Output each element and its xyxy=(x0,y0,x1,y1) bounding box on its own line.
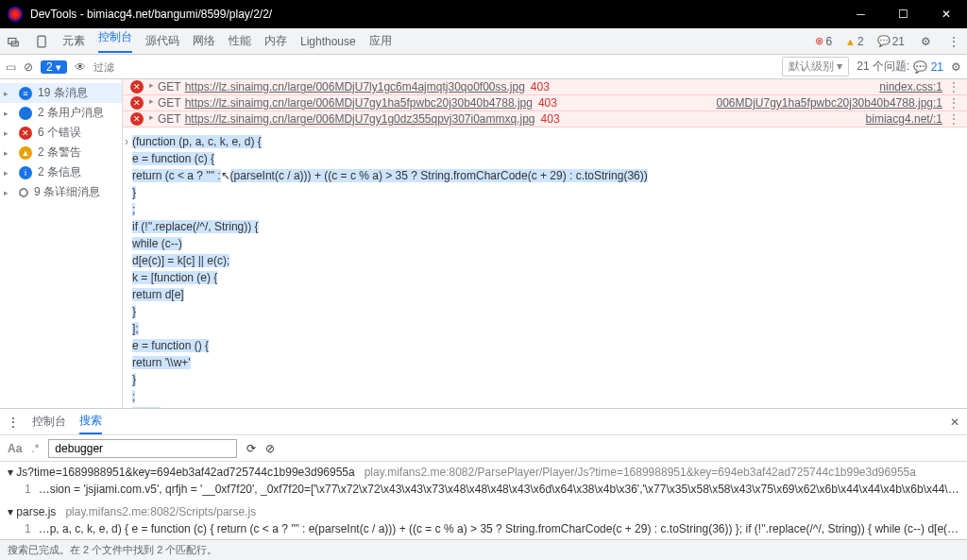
regex-icon[interactable]: .* xyxy=(31,442,39,455)
window-titlebar: DevTools - bimiacg4.net/bangumi/8599/pla… xyxy=(0,0,967,28)
error-url[interactable]: https://lz.sinaimg.cn/large/006MDjU7ly1g… xyxy=(185,80,525,93)
console-sidebar: ▸≡19 条消息 ▸👤2 条用户消息 ▸✕6 个错误 ▸▲2 条警告 ▸i2 条… xyxy=(0,79,123,408)
search-results: ▾ Js?time=1689988951&key=694eb3af42ad725… xyxy=(0,462,967,539)
maximize-button[interactable]: ☐ xyxy=(882,0,925,28)
error-source[interactable]: 006MDjU7gy1ha5fpwbc20j30b40b4788.jpg:1 xyxy=(716,96,942,110)
svg-rect-2 xyxy=(38,36,45,47)
window-title: DevTools - bimiacg4.net/bangumi/8599/pla… xyxy=(30,8,840,21)
filter-input[interactable] xyxy=(93,61,150,73)
console-code-output[interactable]: › (function (p, a, c, k, e, d) { e = fun… xyxy=(123,127,967,408)
devtools-tabbar: 元素 控制台 源代码 网络 性能 内存 Lighthouse 应用 ⊗ 6 ▲ … xyxy=(0,28,967,55)
error-icon: ✕ xyxy=(130,80,144,93)
result-line[interactable]: 1…sion = 'jsjiami.com.v5', qrfjh = '__0x… xyxy=(8,481,959,498)
tab-network[interactable]: 网络 xyxy=(193,33,215,49)
drawer-tab-search[interactable]: 搜索 xyxy=(79,409,102,434)
warning-count-badge[interactable]: ▲ 2 xyxy=(845,35,864,48)
status-bar: 搜索已完成。在 2 个文件中找到 2 个匹配行。 xyxy=(0,539,967,560)
match-case-icon[interactable]: Aa xyxy=(8,442,22,455)
clear-console-icon[interactable]: ⊘ xyxy=(24,60,33,74)
search-input[interactable] xyxy=(48,439,237,458)
log-level-selector[interactable]: 默认级别 ▾ xyxy=(782,57,849,76)
error-icon: ✕ xyxy=(130,112,144,126)
close-button[interactable]: ✕ xyxy=(925,0,967,28)
console-output: ✕▸ GET https://lz.sinaimg.cn/large/006MD… xyxy=(123,79,967,408)
inspect-icon[interactable] xyxy=(6,34,21,49)
tab-sources[interactable]: 源代码 xyxy=(145,33,179,49)
settings-icon[interactable]: ⚙ xyxy=(918,34,933,49)
error-url[interactable]: https://lz.sinaimg.cn/large/006MDjU7gy1g… xyxy=(185,112,535,126)
error-icon: ✕ xyxy=(130,96,144,110)
svg-rect-0 xyxy=(8,38,16,43)
error-source[interactable]: bimiacg4.net/:1 xyxy=(866,112,942,126)
context-selector[interactable]: 2 ▾ xyxy=(41,60,67,74)
error-row[interactable]: ✕▸ GET https://lz.sinaimg.cn/large/006MD… xyxy=(123,111,967,127)
sidebar-messages[interactable]: ▸≡19 条消息 xyxy=(0,83,122,103)
error-row[interactable]: ✕▸ GET https://lz.sinaimg.cn/large/006MD… xyxy=(123,95,967,111)
sidebar-warnings[interactable]: ▸▲2 条警告 xyxy=(0,143,122,162)
refresh-icon[interactable]: ⟳ xyxy=(246,442,256,455)
message-count-badge[interactable]: 💬 21 xyxy=(877,35,905,48)
sidebar-toggle-icon[interactable]: ▭ xyxy=(6,60,16,74)
result-line[interactable]: 1…p, a, c, k, e, d) { e = function (c) {… xyxy=(8,520,959,537)
tab-elements[interactable]: 元素 xyxy=(62,33,85,49)
devtools-icon xyxy=(8,7,23,22)
error-url[interactable]: https://lz.sinaimg.cn/large/006MDjU7gy1h… xyxy=(185,96,533,110)
result-file[interactable]: ▾ parse.js play.mifans2.me:8082/Scripts/… xyxy=(8,503,959,520)
sidebar-info[interactable]: ▸i2 条信息 xyxy=(0,162,122,182)
sidebar-verbose[interactable]: ▸9 条详细消息 xyxy=(0,182,122,202)
sidebar-user-messages[interactable]: ▸👤2 条用户消息 xyxy=(0,103,122,123)
error-row[interactable]: ✕▸ GET https://lz.sinaimg.cn/large/006MD… xyxy=(123,79,967,95)
drawer-menu-icon[interactable]: ⋮ xyxy=(8,416,19,429)
tab-memory[interactable]: 内存 xyxy=(264,33,287,49)
sidebar-errors[interactable]: ▸✕6 个错误 xyxy=(0,123,122,143)
drawer: ⋮ 控制台 搜索 ✕ Aa .* ⟳ ⊘ ▾ Js?time=168998895… xyxy=(0,408,967,539)
drawer-close-icon[interactable]: ✕ xyxy=(950,416,959,429)
more-icon[interactable]: ⋮ xyxy=(946,34,961,49)
issues-count[interactable]: 21 个问题: 💬 21 xyxy=(857,59,943,75)
error-count-badge[interactable]: ⊗ 6 xyxy=(815,35,832,48)
live-expression-icon[interactable]: 👁 xyxy=(75,60,86,74)
error-source[interactable]: nindex.css:1 xyxy=(879,80,942,93)
minimize-button[interactable]: ─ xyxy=(840,0,882,28)
drawer-tab-console[interactable]: 控制台 xyxy=(32,414,66,430)
clear-icon[interactable]: ⊘ xyxy=(265,442,275,455)
tab-performance[interactable]: 性能 xyxy=(229,33,251,49)
tab-lighthouse[interactable]: Lighthouse xyxy=(300,35,356,48)
console-filterbar: ▭ ⊘ 2 ▾ 👁 默认级别 ▾ 21 个问题: 💬 21 ⚙ xyxy=(0,55,967,79)
console-settings-icon[interactable]: ⚙ xyxy=(951,60,961,74)
tab-application[interactable]: 应用 xyxy=(369,33,392,49)
device-icon[interactable] xyxy=(34,34,49,49)
result-file[interactable]: ▾ Js?time=1689988951&key=694eb3af42ad725… xyxy=(8,464,959,481)
tab-console[interactable]: 控制台 xyxy=(98,29,132,53)
